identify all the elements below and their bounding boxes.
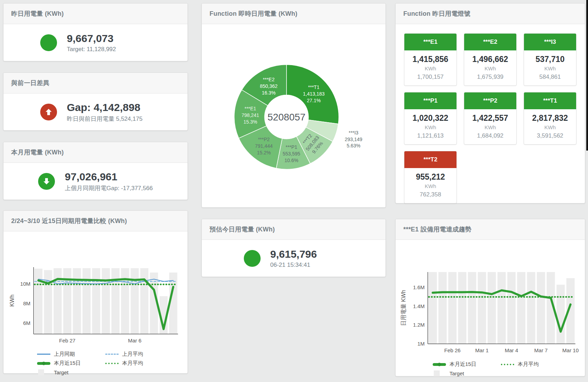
y-tick-label: 8M [23, 300, 30, 306]
card-estimate-today: 預估今日用電量 (KWh) 9,615,796 06-21 15:34:41 [201, 219, 386, 277]
card-gap-previous-day: 與前一日差異 Gap: 4,142,898 昨日與前日用電量 5,524,175 [3, 72, 188, 131]
card-realtime-donut: Function 即時日用電量 (KWh) ***T11,413,18327.1… [201, 3, 386, 208]
legend-label: 本月平均 [518, 361, 539, 368]
legend-swatch-icon [433, 363, 446, 366]
legend-swatch-icon [105, 354, 119, 355]
legend-swatch-icon [37, 362, 50, 365]
target-bar [468, 272, 476, 344]
comparison-line-chart: 6M8M10MFeb 27Mar 6KWh [6, 265, 183, 347]
scrollbar[interactable] [586, 0, 588, 151]
legend-item[interactable]: 本月平均 [105, 359, 173, 367]
light-tile: ***T2955,212KWh762,358 [404, 151, 457, 203]
legend-label: 本月近15日 [449, 361, 476, 368]
legend-item[interactable]: 本月近15日 [37, 359, 105, 367]
tile-unit: KWh [404, 65, 456, 71]
x-tick-label: Mar 7 [534, 347, 547, 353]
legend-swatch-icon [37, 354, 50, 355]
legend-item[interactable]: Target [37, 368, 105, 376]
card-title: Function 昨日用電燈號 [396, 4, 585, 24]
y-axis-label: KWh [9, 294, 15, 307]
chart-legend: 本月近15日本月平均Target [433, 360, 569, 377]
card-title: 昨日用電量 (KWh) [3, 4, 187, 24]
light-tile: ***T12,817,832KWh3,591,562 [524, 92, 576, 145]
kpi-value: 9,615,796 [270, 248, 344, 260]
card-e1-trend-chart: ***E1 設備用電達成趨勢 1M1.2M1.4M1.6MFeb 26Mar 1… [395, 219, 585, 376]
target-bar [557, 285, 565, 344]
y-tick-label: 6M [23, 320, 30, 326]
y-tick-label: 1M [417, 341, 425, 347]
target-bar [537, 272, 545, 344]
light-tile: ***P11,020,322KWh1,121,613 [404, 92, 457, 145]
legend-item[interactable]: Target [433, 369, 501, 377]
tile-label: ***E2 [464, 34, 516, 50]
tile-unit: KWh [524, 65, 576, 71]
x-tick-label: Mar 6 [128, 338, 141, 343]
card-title: Function 即時日用電量 (KWh) [202, 4, 385, 24]
target-bar [517, 272, 525, 344]
tile-value: 2,817,832 [524, 113, 576, 123]
tile-unit: KWh [404, 124, 456, 130]
tile-target: 584,861 [524, 74, 576, 81]
y-tick-label: 1.2M [413, 322, 425, 328]
y-axis-label: 日用電量 KWh [401, 290, 406, 326]
card-month-usage: 本月用電量 (KWh) 97,026,961 上個月同期用電Gap: -17,3… [3, 142, 188, 200]
y-tick-label: 1.6M [413, 284, 425, 290]
kpi-subtext: 昨日與前日用電量 5,524,175 [67, 115, 151, 123]
card-yesterday-lights: Function 昨日用電燈號 ***E11,415,856KWh1,700,1… [395, 3, 585, 203]
y-tick-label: 1.4M [413, 303, 425, 309]
arrow-up-icon [40, 104, 57, 120]
target-bar [507, 272, 516, 344]
legend-item[interactable]: 本月近15日 [433, 360, 501, 368]
y-tick-label: 10M [20, 281, 30, 287]
dashboard: { "page": {"background": "#e9eaea", "acc… [0, 0, 588, 382]
target-bar [497, 272, 506, 344]
target-bar [428, 272, 437, 344]
light-tile: ***I3537,710KWh584,861 [524, 33, 576, 86]
tile-label: ***P1 [404, 92, 456, 109]
kpi-value: 9,667,073 [67, 33, 151, 44]
status-circle-icon [244, 250, 261, 267]
card-yesterday-usage: 昨日用電量 (KWh) 9,667,073 Target: 11,128,992 [3, 3, 188, 61]
tile-target: 1,684,092 [464, 132, 516, 139]
target-bar [63, 268, 71, 334]
card-title: ***E1 設備用電達成趨勢 [396, 219, 585, 240]
legend-item[interactable]: 上月同期 [37, 350, 105, 358]
tile-value: 1,415,856 [404, 55, 456, 64]
tile-label: ***I3 [524, 34, 576, 50]
target-bar [131, 268, 139, 334]
x-tick-label: Mar 4 [505, 347, 518, 353]
target-bar [83, 268, 91, 334]
status-circle-icon [40, 34, 57, 51]
tile-target: 1,700,157 [404, 74, 456, 81]
donut-center-total: 5208057 [268, 112, 306, 123]
legend-item[interactable]: 上月平均 [105, 350, 173, 358]
target-bar [121, 268, 129, 334]
tile-target: 1,121,613 [404, 132, 456, 139]
light-tile: ***E21,496,662KWh1,675,939 [464, 33, 517, 86]
light-tiles-grid: ***E11,415,856KWh1,700,157***E21,496,662… [396, 24, 585, 213]
tile-unit: KWh [464, 124, 516, 130]
e1-trend-line-chart: 1M1.2M1.4M1.6MFeb 26Mar 1Mar 4Mar 7Mar 1… [398, 270, 580, 357]
tile-target: 762,358 [404, 191, 456, 198]
target-bar [92, 268, 100, 334]
tile-label: ***T1 [524, 92, 576, 109]
arrow-down-icon [38, 173, 55, 190]
legend-label: 本月平均 [122, 360, 143, 367]
tile-label: ***P2 [464, 92, 516, 109]
target-bar [34, 269, 42, 334]
legend-swatch-icon [38, 369, 44, 375]
legend-label: 上月同期 [54, 351, 75, 357]
chart-legend: 上月同期上月平均本月近15日本月平均Target [37, 350, 173, 376]
legend-swatch-icon [501, 364, 514, 365]
legend-item[interactable]: 本月平均 [501, 360, 569, 368]
x-tick-label: Feb 26 [444, 347, 461, 353]
target-bar [140, 268, 148, 334]
tile-target: 3,591,562 [524, 132, 576, 139]
donut-slice-label: ***I3293,1495.63% [345, 130, 362, 149]
card-title: 2/24~3/10 近15日同期用電量比較 (KWh) [3, 211, 187, 231]
tile-label: ***T2 [404, 151, 456, 168]
card-title: 預估今日用電量 (KWh) [202, 219, 385, 240]
x-tick-label: Mar 1 [475, 347, 489, 353]
kpi-subtext: Target: 11,128,992 [67, 46, 151, 53]
target-bar [102, 268, 110, 334]
